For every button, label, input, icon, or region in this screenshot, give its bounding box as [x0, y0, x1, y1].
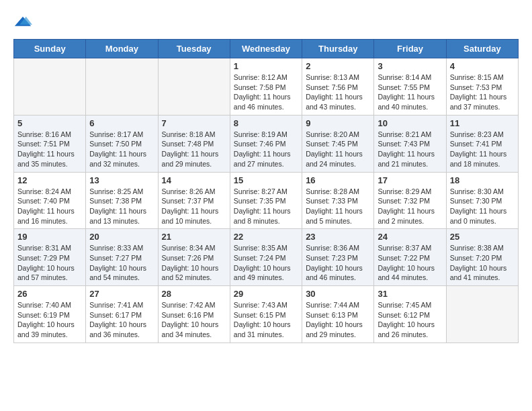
day-number: 22 — [234, 232, 298, 242]
day-info: Sunrise: 8:35 AM Sunset: 7:24 PM Dayligh… — [234, 243, 298, 283]
day-info: Sunrise: 8:31 AM Sunset: 7:29 PM Dayligh… — [17, 243, 82, 283]
day-info: Sunrise: 7:44 AM Sunset: 6:13 PM Dayligh… — [306, 300, 370, 340]
day-info: Sunrise: 8:15 AM Sunset: 7:53 PM Dayligh… — [450, 73, 515, 112]
week-row-5: 26Sunrise: 7:40 AM Sunset: 6:19 PM Dayli… — [14, 286, 519, 343]
day-number: 11 — [450, 118, 515, 128]
calendar-cell — [158, 58, 230, 116]
calendar-cell: 28Sunrise: 7:42 AM Sunset: 6:16 PM Dayli… — [158, 286, 230, 343]
day-info: Sunrise: 8:12 AM Sunset: 7:58 PM Dayligh… — [234, 73, 298, 112]
day-info: Sunrise: 7:40 AM Sunset: 6:19 PM Dayligh… — [17, 300, 82, 340]
calendar-cell: 14Sunrise: 8:26 AM Sunset: 7:37 PM Dayli… — [158, 172, 230, 229]
day-info: Sunrise: 8:38 AM Sunset: 7:20 PM Dayligh… — [450, 243, 515, 283]
week-row-3: 12Sunrise: 8:24 AM Sunset: 7:40 PM Dayli… — [14, 172, 519, 229]
day-number: 10 — [378, 118, 442, 128]
logo — [13, 13, 35, 32]
calendar-cell — [14, 58, 86, 116]
day-info: Sunrise: 8:37 AM Sunset: 7:22 PM Dayligh… — [378, 243, 442, 283]
calendar-cell: 7Sunrise: 8:18 AM Sunset: 7:48 PM Daylig… — [158, 115, 230, 172]
day-number: 21 — [162, 232, 226, 242]
day-number: 20 — [89, 232, 154, 242]
day-number: 13 — [89, 175, 154, 185]
day-number: 30 — [306, 289, 370, 299]
day-info: Sunrise: 7:42 AM Sunset: 6:16 PM Dayligh… — [162, 300, 226, 340]
day-number: 17 — [378, 175, 442, 185]
calendar-cell: 4Sunrise: 8:15 AM Sunset: 7:53 PM Daylig… — [446, 58, 518, 116]
day-number: 7 — [162, 118, 226, 128]
calendar-cell: 19Sunrise: 8:31 AM Sunset: 7:29 PM Dayli… — [14, 229, 86, 286]
page-header — [13, 13, 519, 32]
day-info: Sunrise: 8:28 AM Sunset: 7:33 PM Dayligh… — [306, 187, 370, 226]
day-info: Sunrise: 7:41 AM Sunset: 6:17 PM Dayligh… — [89, 300, 154, 340]
day-number: 6 — [89, 118, 154, 128]
calendar-cell: 1Sunrise: 8:12 AM Sunset: 7:58 PM Daylig… — [230, 58, 302, 116]
day-number: 31 — [378, 289, 442, 299]
day-number: 23 — [306, 232, 370, 242]
day-info: Sunrise: 8:14 AM Sunset: 7:55 PM Dayligh… — [378, 73, 442, 112]
calendar-cell: 26Sunrise: 7:40 AM Sunset: 6:19 PM Dayli… — [14, 286, 86, 343]
day-info: Sunrise: 8:34 AM Sunset: 7:26 PM Dayligh… — [162, 243, 226, 283]
calendar-cell: 30Sunrise: 7:44 AM Sunset: 6:13 PM Dayli… — [302, 286, 374, 343]
calendar-table: SundayMondayTuesdayWednesdayThursdayFrid… — [13, 39, 519, 343]
calendar-cell: 16Sunrise: 8:28 AM Sunset: 7:33 PM Dayli… — [302, 172, 374, 229]
calendar-cell — [86, 58, 158, 116]
day-number: 16 — [306, 175, 370, 185]
calendar-cell: 23Sunrise: 8:36 AM Sunset: 7:23 PM Dayli… — [302, 229, 374, 286]
day-number: 5 — [17, 118, 82, 128]
day-number: 14 — [162, 175, 226, 185]
day-number: 4 — [450, 61, 515, 71]
calendar-cell — [446, 286, 518, 343]
day-info: Sunrise: 8:23 AM Sunset: 7:41 PM Dayligh… — [450, 130, 515, 169]
week-row-4: 19Sunrise: 8:31 AM Sunset: 7:29 PM Dayli… — [14, 229, 519, 286]
day-number: 8 — [234, 118, 298, 128]
calendar-cell: 8Sunrise: 8:19 AM Sunset: 7:46 PM Daylig… — [230, 115, 302, 172]
calendar-cell: 5Sunrise: 8:16 AM Sunset: 7:51 PM Daylig… — [14, 115, 86, 172]
day-info: Sunrise: 8:36 AM Sunset: 7:23 PM Dayligh… — [306, 243, 370, 283]
day-number: 1 — [234, 61, 298, 71]
day-number: 29 — [234, 289, 298, 299]
calendar-cell: 12Sunrise: 8:24 AM Sunset: 7:40 PM Dayli… — [14, 172, 86, 229]
calendar-cell: 2Sunrise: 8:13 AM Sunset: 7:56 PM Daylig… — [302, 58, 374, 116]
weekday-header-row: SundayMondayTuesdayWednesdayThursdayFrid… — [14, 40, 519, 58]
calendar-cell: 18Sunrise: 8:30 AM Sunset: 7:30 PM Dayli… — [446, 172, 518, 229]
weekday-thursday: Thursday — [302, 40, 374, 58]
day-info: Sunrise: 8:33 AM Sunset: 7:27 PM Dayligh… — [89, 243, 154, 283]
calendar-cell: 13Sunrise: 8:25 AM Sunset: 7:38 PM Dayli… — [86, 172, 158, 229]
week-row-1: 1Sunrise: 8:12 AM Sunset: 7:58 PM Daylig… — [14, 58, 519, 116]
day-number: 27 — [89, 289, 154, 299]
day-number: 2 — [306, 61, 370, 71]
day-number: 18 — [450, 175, 515, 185]
day-info: Sunrise: 8:30 AM Sunset: 7:30 PM Dayligh… — [450, 187, 515, 226]
day-info: Sunrise: 8:18 AM Sunset: 7:48 PM Dayligh… — [162, 130, 226, 169]
calendar-cell: 9Sunrise: 8:20 AM Sunset: 7:45 PM Daylig… — [302, 115, 374, 172]
calendar-cell: 10Sunrise: 8:21 AM Sunset: 7:43 PM Dayli… — [374, 115, 446, 172]
day-info: Sunrise: 8:20 AM Sunset: 7:45 PM Dayligh… — [306, 130, 370, 169]
day-number: 25 — [450, 232, 515, 242]
calendar-cell: 15Sunrise: 8:27 AM Sunset: 7:35 PM Dayli… — [230, 172, 302, 229]
day-info: Sunrise: 8:27 AM Sunset: 7:35 PM Dayligh… — [234, 187, 298, 226]
calendar-cell: 27Sunrise: 7:41 AM Sunset: 6:17 PM Dayli… — [86, 286, 158, 343]
day-info: Sunrise: 8:19 AM Sunset: 7:46 PM Dayligh… — [234, 130, 298, 169]
calendar-cell: 6Sunrise: 8:17 AM Sunset: 7:50 PM Daylig… — [86, 115, 158, 172]
week-row-2: 5Sunrise: 8:16 AM Sunset: 7:51 PM Daylig… — [14, 115, 519, 172]
weekday-saturday: Saturday — [446, 40, 518, 58]
day-info: Sunrise: 8:13 AM Sunset: 7:56 PM Dayligh… — [306, 73, 370, 112]
calendar-cell: 22Sunrise: 8:35 AM Sunset: 7:24 PM Dayli… — [230, 229, 302, 286]
day-info: Sunrise: 8:25 AM Sunset: 7:38 PM Dayligh… — [89, 187, 154, 226]
day-number: 15 — [234, 175, 298, 185]
weekday-tuesday: Tuesday — [158, 40, 230, 58]
calendar-cell: 24Sunrise: 8:37 AM Sunset: 7:22 PM Dayli… — [374, 229, 446, 286]
calendar-cell: 3Sunrise: 8:14 AM Sunset: 7:55 PM Daylig… — [374, 58, 446, 116]
day-number: 12 — [17, 175, 82, 185]
day-number: 9 — [306, 118, 370, 128]
calendar-cell: 25Sunrise: 8:38 AM Sunset: 7:20 PM Dayli… — [446, 229, 518, 286]
day-info: Sunrise: 8:17 AM Sunset: 7:50 PM Dayligh… — [89, 130, 154, 169]
day-number: 26 — [17, 289, 82, 299]
day-number: 24 — [378, 232, 442, 242]
weekday-sunday: Sunday — [14, 40, 86, 58]
day-info: Sunrise: 8:21 AM Sunset: 7:43 PM Dayligh… — [378, 130, 442, 169]
day-number: 3 — [378, 61, 442, 71]
logo-icon — [13, 13, 32, 32]
day-number: 19 — [17, 232, 82, 242]
calendar-cell: 17Sunrise: 8:29 AM Sunset: 7:32 PM Dayli… — [374, 172, 446, 229]
calendar-cell: 21Sunrise: 8:34 AM Sunset: 7:26 PM Dayli… — [158, 229, 230, 286]
